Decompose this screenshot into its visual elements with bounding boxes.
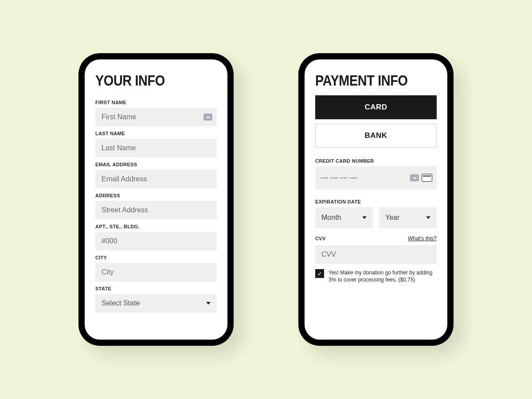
exp-year-placeholder: Year (385, 214, 399, 222)
apt-label: APT., STE., BLDG. (95, 224, 217, 229)
exp-month-placeholder: Month (321, 214, 341, 222)
exp-year-select[interactable]: Year (379, 207, 437, 228)
email-input[interactable]: Email Address (95, 170, 217, 188)
processing-fee-text: Yes! Make my donation go further by addi… (329, 269, 437, 283)
tab-bank-label: BANK (364, 131, 387, 140)
cvv-input[interactable]: CVV (315, 245, 437, 264)
apt-placeholder: #000 (102, 237, 117, 245)
first-name-label: FIRST NAME (95, 100, 217, 105)
city-label: CITY (95, 255, 217, 260)
cc-label: CREDIT CARD NUMBER (315, 158, 437, 164)
state-label: STATE (95, 286, 217, 291)
processing-fee-checkbox[interactable]: ✓ (315, 269, 324, 278)
exp-month-select[interactable]: Month (315, 207, 373, 228)
credit-card-icon (422, 174, 432, 182)
email-label: EMAIL ADDRESS (95, 162, 217, 167)
autofill-icon: ••• (203, 113, 212, 121)
city-placeholder: City (102, 268, 114, 276)
tab-card[interactable]: CARD (315, 95, 437, 119)
cvv-placeholder: CVV (321, 250, 336, 258)
first-name-placeholder: First Name (102, 113, 136, 121)
phone-frame-your-info: YOUR INFO FIRST NAME First Name ••• LAST… (78, 53, 234, 346)
chevron-down-icon (426, 216, 430, 219)
first-name-input[interactable]: First Name ••• (95, 108, 217, 126)
tab-card-label: CARD (364, 103, 387, 112)
address-label: ADDRESS (95, 193, 217, 198)
whats-this-link[interactable]: What's this? (408, 235, 437, 242)
exp-label: EXPIRATION DATE (315, 199, 437, 204)
cvv-label: CVV (315, 236, 326, 241)
cc-icons: ••• (410, 174, 432, 182)
address-input[interactable]: Street Address (95, 201, 217, 219)
screen-your-info: YOUR INFO FIRST NAME First Name ••• LAST… (85, 59, 227, 340)
chevron-down-icon (362, 216, 367, 219)
phone-frame-payment: PAYMENT INFO CARD BANK CREDIT CARD NUMBE… (298, 53, 454, 346)
checkmark-icon: ✓ (317, 270, 322, 277)
last-name-input[interactable]: Last Name (95, 139, 217, 157)
cc-mask: •••• •••• •••• •••• (321, 176, 357, 180)
apt-input[interactable]: #000 (95, 232, 217, 250)
state-select[interactable]: Select State (95, 294, 217, 313)
cc-number-input[interactable]: •••• •••• •••• •••• ••• (315, 166, 437, 189)
last-name-placeholder: Last Name (102, 144, 136, 152)
city-input[interactable]: City (95, 263, 217, 282)
autofill-icon: ••• (410, 174, 419, 181)
payment-heading: PAYMENT INFO (315, 72, 419, 89)
address-placeholder: Street Address (102, 206, 148, 214)
tab-bank[interactable]: BANK (315, 124, 437, 148)
screen-payment: PAYMENT INFO CARD BANK CREDIT CARD NUMBE… (305, 59, 447, 340)
state-selected: Select State (102, 299, 140, 307)
your-info-heading: YOUR INFO (95, 72, 199, 89)
chevron-down-icon (206, 302, 211, 305)
email-placeholder: Email Address (102, 175, 147, 183)
last-name-label: LAST NAME (95, 131, 217, 136)
